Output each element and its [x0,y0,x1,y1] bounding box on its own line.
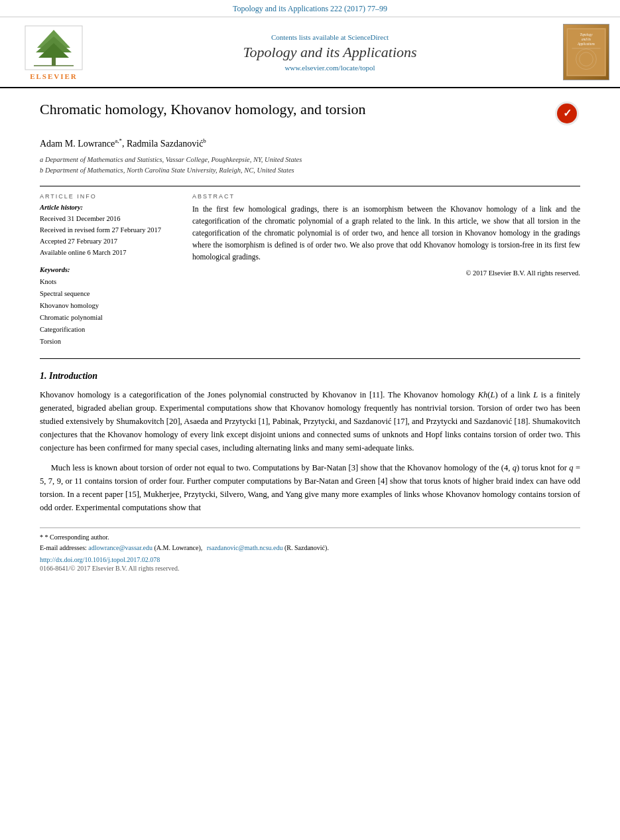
author1-super: a,* [115,137,122,144]
abstract-copyright: © 2017 Elsevier B.V. All rights reserved… [192,269,580,277]
cover-svg: Topology and its Applications [566,24,606,80]
keyword-3: Khovanov homology [40,300,179,312]
keyword-4: Chromatic polynomial [40,312,179,324]
divider-1 [40,186,580,186]
article-info-label: ARTICLE INFO [40,193,179,200]
keyword-2: Spectral sequence [40,288,179,300]
abstract-column: ABSTRACT In the first few homological gr… [192,193,580,347]
svg-rect-2 [52,58,56,66]
email2-attribution: (R. Sazdanović). [284,544,329,551]
keywords-section: Keywords: Knots Spectral sequence Khovan… [40,266,179,347]
affiliations: a Department of Mathematics and Statisti… [40,155,580,177]
keyword-6: Torsion [40,336,179,348]
elsevier-logo: ELSEVIER [11,25,97,80]
accepted-date: Accepted 27 February 2017 [40,236,179,247]
section1-para2: Much less is known about torsion of orde… [40,461,580,514]
divider-2 [40,358,580,359]
author1-name: Adam M. Lowrance [40,139,115,149]
footnotes-area: * * Corresponding author. E-mail address… [40,527,580,572]
svg-text:Applications: Applications [577,42,595,46]
article-title: Chromatic homology, Khovanov homology, a… [40,100,366,119]
elsevier-tree-icon [24,25,84,71]
issn-line: 0166-8641/© 2017 Elsevier B.V. All right… [40,565,580,572]
available-date: Available online 6 March 2017 [40,247,179,259]
corresponding-author-note: * * Corresponding author. [40,532,580,543]
svg-text:and its: and its [582,37,591,41]
authors-line: Adam M. Lowrancea,*, Radmila Sazdanovićb [40,137,580,149]
elsevier-logo-area: ELSEVIER [11,25,97,80]
journal-url[interactable]: www.elsevier.com/locate/topol [105,64,555,72]
received-revised-date: Received in revised form 27 February 201… [40,225,179,236]
article-title-area: Chromatic homology, Khovanov homology, a… [40,100,580,127]
journal-title: Topology and its Applications [105,44,555,61]
footnote-star-symbol: * [40,533,45,541]
abstract-text: In the first few homological gradings, t… [192,204,580,263]
journal-reference-bar: Topology and its Applications 222 (2017)… [0,0,620,17]
svg-text:✓: ✓ [563,107,572,119]
author2-super: b [203,137,206,144]
crossmark-icon[interactable]: ✓ [554,100,580,127]
keyword-1: Knots [40,276,179,288]
sciencedirect-name[interactable]: ScienceDirect [347,33,389,41]
email1-link[interactable]: adlowrance@vassar.edu [88,544,153,551]
sciencedirect-link: Contents lists available at ScienceDirec… [105,33,555,41]
affiliation-b: b Department of Mathematics, North Carol… [40,165,580,176]
elsevier-brand: ELSEVIER [30,72,78,80]
journal-header: ELSEVIER Contents lists available at Sci… [0,17,620,88]
svg-text:Topology: Topology [580,33,593,36]
email-footnote: E-mail addresses: adlowrance@vassar.edu … [40,543,580,553]
received-date: Received 31 December 2016 [40,214,179,225]
section1-para1: Khovanov homology is a categorification … [40,388,580,455]
article-history-title: Article history: [40,204,179,211]
keywords-label: Keywords: [40,266,179,273]
author-separator: , Radmila Sazdanović [122,139,203,149]
abstract-label: ABSTRACT [192,193,580,200]
journal-cover-image: Topology and its Applications [563,24,609,80]
keyword-5: Categorification [40,324,179,336]
affiliation-a: a Department of Mathematics and Statisti… [40,155,580,166]
section1-heading: 1. Introduction [40,371,580,382]
email1-attribution: (A.M. Lowrance), [154,544,202,551]
doi-line[interactable]: http://dx.doi.org/10.1016/j.topol.2017.0… [40,556,580,563]
main-content: Chromatic homology, Khovanov homology, a… [0,88,620,585]
email2-link[interactable]: rsazdanovic@math.ncsu.edu [207,544,283,551]
journal-info: Contents lists available at ScienceDirec… [105,33,555,72]
info-abstract-columns: ARTICLE INFO Article history: Received 3… [40,193,580,347]
article-info-column: ARTICLE INFO Article history: Received 3… [40,193,179,347]
journal-reference-text: Topology and its Applications 222 (2017)… [233,4,387,13]
